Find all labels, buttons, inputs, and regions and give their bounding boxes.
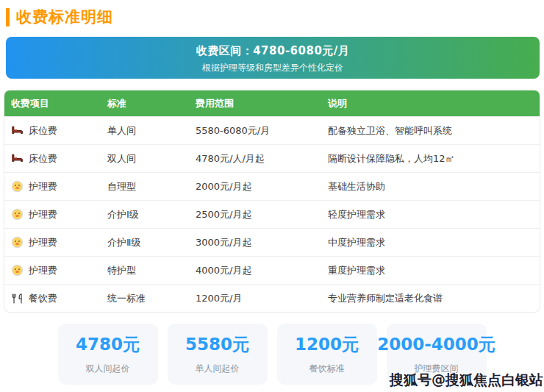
fee-range-cell: 4000元/月起 — [196, 264, 328, 277]
fee-item-label: 床位费 — [29, 124, 57, 138]
fee-item-cell: 护理费 — [11, 264, 107, 277]
stat-label: 双人间起价 — [86, 363, 130, 375]
fee-item-cell: 护理费 — [11, 180, 107, 193]
standard-cell: 介护Ⅱ级 — [107, 236, 196, 249]
fee-item-label: 护理费 — [29, 208, 57, 221]
fee-item-cell: 护理费 — [11, 236, 107, 249]
fee-range-cell: 5580-6080元/月 — [196, 124, 328, 138]
header-standard: 标准 — [107, 97, 196, 110]
price-range-banner: 收费区间：4780-6080元/月 根据护理等级和房型差异个性化定价 — [6, 37, 540, 79]
fee-table-header: 收费项目 标准 费用范围 说明 — [4, 90, 540, 116]
fee-item-label: 护理费 — [29, 264, 57, 277]
nurse-icon — [11, 180, 24, 193]
stat-label: 餐饮标准 — [309, 363, 345, 375]
fee-item-label: 餐饮费 — [29, 292, 57, 305]
table-row: 床位费单人间5580-6080元/月配备独立卫浴、智能呼叫系统 — [4, 116, 540, 144]
note-cell: 重度护理需求 — [328, 264, 540, 277]
note-cell: 轻度护理需求 — [328, 208, 540, 221]
standard-cell: 统一标准 — [107, 292, 196, 305]
price-range-text: 收费区间：4780-6080元/月 — [6, 44, 540, 58]
fee-item-cell: 护理费 — [11, 208, 107, 221]
watermark: 搜狐号@搜狐焦点白银站 — [390, 371, 543, 390]
nurse-icon — [11, 208, 24, 221]
stat-card: 5580元单人间起价 — [168, 324, 268, 385]
fee-item-label: 护理费 — [29, 236, 57, 249]
table-row: 护理费自理型2000元/月起基础生活协助 — [4, 172, 540, 200]
fee-range-cell: 2000元/月起 — [196, 180, 328, 193]
standard-cell: 双人间 — [107, 152, 196, 165]
note-cell: 隔断设计保障隐私，人均12㎡ — [328, 152, 540, 165]
table-row: 护理费介护Ⅱ级3000元/月起中度护理需求 — [4, 228, 540, 256]
standard-cell: 单人间 — [107, 124, 196, 138]
fee-range-cell: 3000元/月起 — [196, 236, 328, 249]
stat-value: 2000-4000元 — [377, 333, 495, 356]
header-fee-item: 收费项目 — [11, 97, 107, 110]
header-note: 说明 — [328, 97, 540, 110]
nurse-icon — [11, 236, 24, 249]
stat-value: 4780元 — [76, 333, 140, 356]
fee-item-label: 护理费 — [29, 180, 57, 193]
standard-cell: 自理型 — [107, 180, 196, 193]
fee-range-cell: 2500元/月起 — [196, 208, 328, 221]
fee-range-cell: 1200元/月 — [196, 292, 328, 305]
note-cell: 专业营养师制定适老化食谱 — [328, 292, 540, 305]
stat-value: 5580元 — [185, 333, 249, 356]
fee-range-cell: 4780元/人/月起 — [196, 152, 328, 165]
note-cell: 基础生活协助 — [328, 180, 540, 193]
dining-icon — [11, 292, 24, 304]
fee-item-cell: 床位费 — [11, 124, 107, 138]
fee-item-cell: 床位费 — [11, 152, 107, 165]
standard-cell: 介护Ⅰ级 — [107, 208, 196, 221]
price-range-subtext: 根据护理等级和房型差异个性化定价 — [6, 62, 540, 74]
stat-card: 1200元餐饮标准 — [277, 324, 377, 385]
fee-item-cell: 餐饮费 — [11, 292, 107, 305]
title-accent-bar — [6, 8, 10, 26]
fee-table: 收费项目 标准 费用范围 说明 床位费单人间5580-6080元/月配备独立卫浴… — [4, 90, 540, 313]
table-row: 床位费双人间4780元/人/月起隔断设计保障隐私，人均12㎡ — [4, 144, 540, 172]
table-row: 护理费介护Ⅰ级2500元/月起轻度护理需求 — [4, 200, 540, 228]
standard-cell: 特护型 — [107, 264, 196, 277]
bed-icon — [11, 124, 24, 137]
bed-icon — [11, 152, 24, 165]
note-cell: 配备独立卫浴、智能呼叫系统 — [328, 124, 540, 138]
stat-card: 4780元双人间起价 — [58, 324, 158, 385]
header-fee-range: 费用范围 — [196, 97, 328, 110]
table-row: 护理费特护型4000元/月起重度护理需求 — [4, 256, 540, 284]
nurse-icon — [11, 264, 24, 277]
stat-label: 单人间起价 — [196, 363, 240, 375]
fee-item-label: 床位费 — [29, 152, 57, 165]
stat-value: 1200元 — [295, 333, 359, 356]
section-title-row: 收费标准明细 — [6, 7, 113, 27]
fee-table-body: 床位费单人间5580-6080元/月配备独立卫浴、智能呼叫系统床位费双人间478… — [4, 116, 540, 312]
note-cell: 中度护理需求 — [328, 236, 540, 249]
page-title: 收费标准明细 — [16, 7, 113, 27]
table-row: 餐饮费统一标准1200元/月专业营养师制定适老化食谱 — [4, 284, 540, 312]
